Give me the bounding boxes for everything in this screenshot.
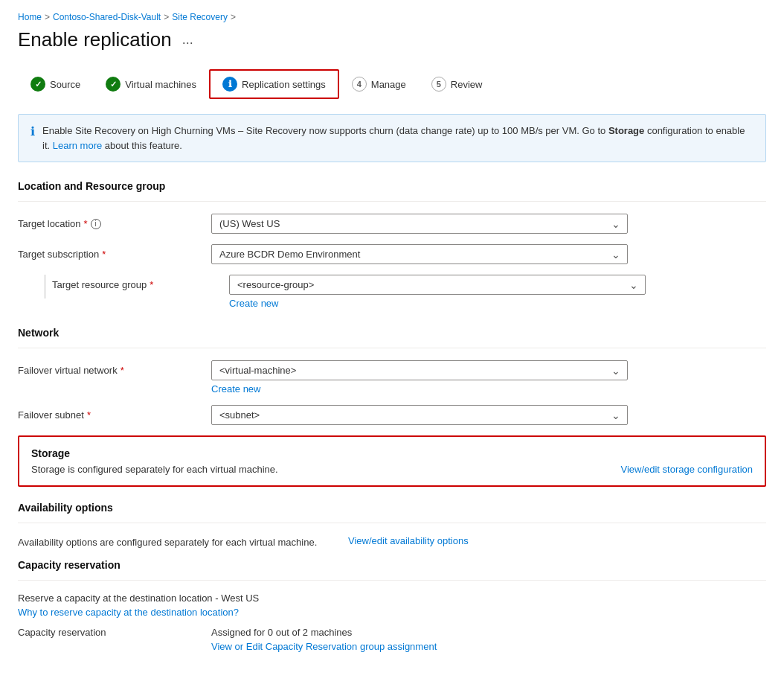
failover-vnet-row: Failover virtual network * <virtual-mach… bbox=[18, 360, 766, 395]
info-banner: ℹ Enable Site Recovery on High Churning … bbox=[18, 114, 766, 162]
target-subscription-row: Target subscription * Azure BCDR Demo En… bbox=[18, 244, 766, 264]
failover-subnet-label: Failover subnet * bbox=[18, 405, 211, 421]
breadcrumb-recovery[interactable]: Site Recovery bbox=[172, 12, 228, 22]
section-capacity-title: Capacity reservation bbox=[18, 559, 766, 571]
step-vm-label: Virtual machines bbox=[125, 79, 196, 90]
step-source[interactable]: ✓ Source bbox=[18, 70, 93, 98]
resource-group-create-new-link[interactable]: Create new bbox=[229, 298, 646, 309]
target-resource-group-label: Target resource group * bbox=[52, 275, 153, 290]
target-location-label: Target location * i bbox=[18, 214, 211, 229]
failover-vnet-label: Failover virtual network * bbox=[18, 360, 211, 376]
target-location-info-icon[interactable]: i bbox=[91, 219, 101, 229]
step-manage-icon: 4 bbox=[352, 77, 367, 92]
capacity-row: Capacity reservation Assigned for 0 out … bbox=[18, 627, 766, 652]
target-location-control: (US) West US bbox=[211, 214, 628, 234]
capacity-view-edit-link[interactable]: View or Edit Capacity Reservation group … bbox=[211, 641, 437, 652]
storage-section: Storage Storage is configured separately… bbox=[18, 435, 766, 487]
capacity-description: Reserve a capacity at the destination lo… bbox=[18, 593, 766, 604]
breadcrumb-home[interactable]: Home bbox=[18, 12, 42, 22]
step-replication-settings[interactable]: ℹ Replication settings bbox=[209, 69, 339, 99]
breadcrumb: Home > Contoso-Shared-Disk-Vault > Site … bbox=[18, 12, 766, 22]
storage-title: Storage bbox=[31, 447, 753, 459]
target-subscription-select[interactable]: Azure BCDR Demo Environment bbox=[211, 244, 628, 264]
failover-subnet-control: <subnet> bbox=[211, 405, 628, 425]
target-location-select[interactable]: (US) West US bbox=[211, 214, 628, 234]
step-source-icon: ✓ bbox=[30, 77, 45, 92]
section-network-title: Network bbox=[18, 327, 766, 339]
capacity-why-link[interactable]: Why to reserve capacity at the destinati… bbox=[18, 607, 766, 618]
breadcrumb-vault[interactable]: Contoso-Shared-Disk-Vault bbox=[53, 12, 161, 22]
step-replication-icon: ℹ bbox=[222, 77, 237, 92]
stepper: ✓ Source ✓ Virtual machines ℹ Replicatio… bbox=[18, 69, 766, 99]
step-manage[interactable]: 4 Manage bbox=[339, 70, 419, 98]
step-virtual-machines[interactable]: ✓ Virtual machines bbox=[93, 70, 209, 98]
page-header: Enable replication ... bbox=[18, 28, 766, 51]
step-review-icon: 5 bbox=[431, 77, 446, 92]
step-replication-label: Replication settings bbox=[242, 79, 326, 90]
capacity-label: Capacity reservation bbox=[18, 627, 211, 638]
target-subscription-control: Azure BCDR Demo Environment bbox=[211, 244, 628, 264]
target-location-row: Target location * i (US) West US bbox=[18, 214, 766, 234]
availability-description: Availability options are configured sepa… bbox=[18, 535, 330, 550]
step-source-label: Source bbox=[50, 79, 80, 90]
ellipsis-button[interactable]: ... bbox=[178, 31, 198, 49]
info-banner-icon: ℹ bbox=[30, 124, 35, 138]
step-review-label: Review bbox=[451, 79, 483, 90]
storage-description: Storage is configured separately for eac… bbox=[31, 464, 278, 475]
availability-row: Availability options are configured sepa… bbox=[18, 535, 766, 550]
step-review[interactable]: 5 Review bbox=[419, 70, 495, 98]
failover-subnet-select[interactable]: <subnet> bbox=[211, 405, 628, 425]
vnet-create-new-link[interactable]: Create new bbox=[211, 383, 628, 395]
learn-more-link[interactable]: Learn more bbox=[53, 140, 102, 151]
availability-view-edit-link[interactable]: View/edit availability options bbox=[348, 535, 469, 546]
target-resource-group-control: <resource-group> Create new bbox=[229, 275, 646, 309]
capacity-assigned-text: Assigned for 0 out of 2 machines bbox=[211, 627, 766, 638]
storage-view-edit-link[interactable]: View/edit storage configuration bbox=[620, 464, 753, 475]
step-manage-label: Manage bbox=[371, 79, 406, 90]
failover-vnet-select[interactable]: <virtual-machine> bbox=[211, 360, 628, 380]
failover-vnet-control: <virtual-machine> Create new bbox=[211, 360, 628, 395]
failover-subnet-row: Failover subnet * <subnet> bbox=[18, 405, 766, 425]
capacity-value-wrap: Assigned for 0 out of 2 machines View or… bbox=[211, 627, 766, 652]
target-resource-group-select[interactable]: <resource-group> bbox=[229, 275, 646, 295]
step-vm-icon: ✓ bbox=[106, 77, 121, 92]
page-title: Enable replication bbox=[18, 28, 172, 51]
info-banner-text: Enable Site Recovery on High Churning VM… bbox=[42, 124, 754, 153]
section-location-title: Location and Resource group bbox=[18, 180, 766, 192]
target-resource-group-row: Target resource group * <resource-group>… bbox=[18, 275, 766, 309]
target-subscription-label: Target subscription * bbox=[18, 244, 211, 260]
section-availability-title: Availability options bbox=[18, 502, 766, 514]
